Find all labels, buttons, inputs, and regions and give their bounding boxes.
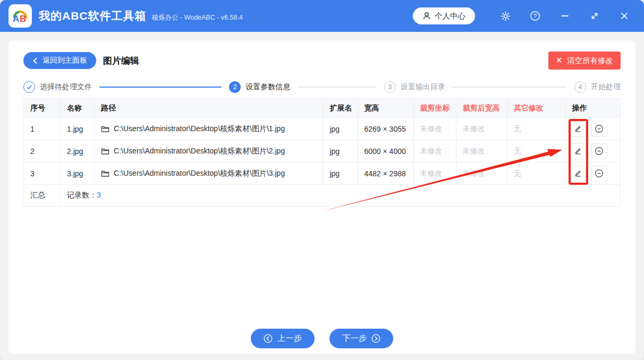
col-index: 序号 — [24, 99, 61, 118]
col-name: 名称 — [61, 99, 95, 118]
cell-name: 1.jpg — [61, 118, 95, 140]
app-logo: A B — [9, 4, 32, 28]
pencil-icon — [574, 169, 582, 177]
step-set-parameters: 2 设置参数信息 — [229, 81, 290, 93]
svg-text:A: A — [13, 14, 19, 24]
next-step-button[interactable]: 下一步 — [329, 329, 393, 348]
remove-row-button[interactable] — [591, 166, 607, 182]
file-table: 序号 名称 路径 扩展名 宽高 裁剪坐标 裁剪后宽高 其它修改 操作 1 1.j — [23, 98, 621, 207]
maximize-icon — [590, 11, 599, 21]
svg-text:B: B — [20, 14, 26, 24]
folder-icon — [101, 170, 109, 177]
cell-dimensions: 6000 × 4000 — [358, 140, 413, 162]
step-connector — [99, 87, 222, 88]
step-start-processing: 4 开始处理 — [574, 81, 621, 93]
gear-icon — [501, 11, 511, 21]
step-set-output-dir: 3 设置输出目录 — [384, 81, 445, 93]
record-count: 3 — [97, 191, 101, 199]
summary-value: 记录数：3 — [61, 185, 621, 207]
step-connector — [298, 87, 377, 88]
cell-ext: jpg — [323, 162, 358, 185]
app-title: 我的ABC软件工具箱 — [39, 8, 147, 23]
user-center-label: 个人中心 — [435, 11, 465, 21]
pencil-icon — [574, 125, 582, 133]
circle-chevron-left-icon — [264, 334, 273, 343]
edit-row-button[interactable] — [570, 121, 586, 137]
cell-path: C:\Users\Administrator\Desktop\核烁素材\图片\3… — [95, 162, 323, 185]
app-logo-icon: A B — [11, 6, 30, 25]
cell-crop-coords: 未修改 — [413, 162, 456, 185]
help-button[interactable]: ? — [526, 7, 544, 25]
title-bar: A B 我的ABC软件工具箱 核烁办公 - WodeABC - v6.58.4 … — [0, 0, 644, 32]
step-select-files: 选择待处理文件 — [23, 81, 92, 93]
col-ext: 扩展名 — [323, 99, 358, 118]
remove-row-button[interactable] — [591, 121, 607, 137]
step-check-icon — [23, 81, 35, 93]
circle-chevron-right-icon — [371, 334, 380, 343]
step-label: 设置输出目录 — [401, 82, 445, 92]
cell-cropped-size: 未修改 — [456, 118, 507, 140]
page-content: 返回到主面板 图片编辑 ✕ 清空所有修改 选择待处理文件 — [0, 32, 644, 360]
col-crop-coords: 裁剪坐标 — [413, 99, 456, 118]
edit-row-button[interactable] — [570, 143, 586, 159]
close-button[interactable] — [615, 7, 633, 25]
minus-circle-icon — [595, 124, 604, 133]
edit-row-button[interactable] — [570, 166, 586, 182]
toolbar: 返回到主面板 图片编辑 ✕ 清空所有修改 — [23, 52, 621, 70]
col-dimensions: 宽高 — [358, 99, 413, 118]
cell-other-edits: 无 — [507, 118, 565, 140]
cell-actions — [565, 118, 620, 140]
summary-label: 汇总 — [24, 185, 61, 207]
cell-cropped-size: 未修改 — [456, 140, 507, 162]
x-icon: ✕ — [556, 56, 563, 65]
minimize-icon — [560, 11, 570, 21]
settings-button[interactable] — [496, 7, 514, 25]
person-icon — [422, 12, 431, 20]
main-card: 返回到主面板 图片编辑 ✕ 清空所有修改 选择待处理文件 — [9, 40, 635, 354]
cell-crop-coords: 未修改 — [413, 118, 456, 140]
step-indicator: 选择待处理文件 2 设置参数信息 3 设置输出目录 4 开始处理 — [23, 81, 621, 93]
prev-step-button[interactable]: 上一步 — [251, 329, 315, 348]
table-row: 2 2.jpg C:\Users\Administrator\Desktop\核… — [24, 140, 621, 162]
cell-other-edits: 无 — [507, 162, 565, 185]
next-step-label: 下一步 — [342, 333, 367, 344]
cell-other-edits: 无 — [507, 140, 565, 162]
svg-text:?: ? — [533, 13, 537, 19]
col-path: 路径 — [95, 99, 323, 118]
maximize-button[interactable] — [586, 7, 604, 25]
cell-actions — [565, 140, 620, 162]
cell-path: C:\Users\Administrator\Desktop\核烁素材\图片\1… — [95, 118, 323, 140]
col-actions: 操作 — [565, 99, 620, 118]
remove-row-button[interactable] — [591, 143, 607, 159]
cell-path: C:\Users\Administrator\Desktop\核烁素材\图片\2… — [95, 140, 323, 162]
cell-actions — [565, 162, 620, 185]
cell-name: 3.jpg — [61, 162, 95, 185]
cell-dimensions: 4482 × 2988 — [358, 162, 413, 185]
clear-button-label: 清空所有修改 — [567, 56, 613, 66]
step-label: 开始处理 — [591, 82, 621, 92]
clear-all-edits-button[interactable]: ✕ 清空所有修改 — [548, 52, 621, 70]
cell-index: 1 — [24, 118, 61, 140]
cell-dimensions: 6269 × 3055 — [358, 118, 413, 140]
minimize-button[interactable] — [556, 7, 574, 25]
chevron-left-icon — [32, 57, 38, 64]
cell-ext: jpg — [323, 140, 358, 162]
cell-ext: jpg — [323, 118, 358, 140]
cell-index: 3 — [24, 162, 61, 185]
titlebar-actions: 个人中心 ? — [413, 7, 633, 25]
folder-icon — [101, 148, 109, 155]
cell-cropped-size: 未修改 — [456, 162, 507, 185]
cell-crop-coords: 未修改 — [413, 140, 456, 162]
folder-icon — [101, 125, 109, 133]
step-number: 4 — [574, 81, 586, 93]
col-cropped-size: 裁剪后宽高 — [456, 99, 507, 118]
user-center-button[interactable]: 个人中心 — [413, 7, 475, 24]
step-connector — [453, 87, 567, 88]
close-icon — [620, 11, 629, 21]
minus-circle-icon — [595, 169, 604, 178]
prev-step-label: 上一步 — [277, 333, 302, 344]
step-number: 3 — [384, 81, 396, 93]
back-to-dashboard-button[interactable]: 返回到主面板 — [23, 52, 96, 69]
table-row: 3 3.jpg C:\Users\Administrator\Desktop\核… — [24, 162, 621, 185]
minus-circle-icon — [595, 147, 604, 156]
